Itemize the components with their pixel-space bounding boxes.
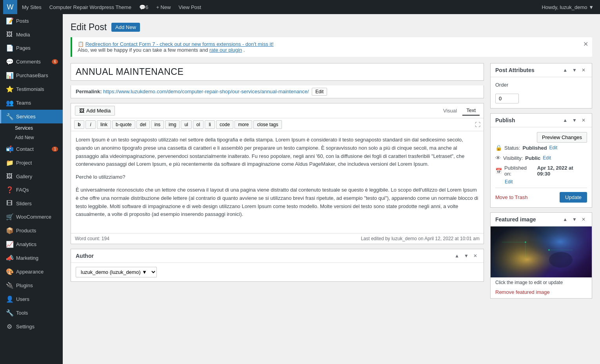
post-attr-close[interactable]: ✕ <box>580 67 587 74</box>
tab-visual[interactable]: Visual <box>439 106 461 116</box>
sidebar-item-analytics[interactable]: 📈 Analytics <box>0 237 63 251</box>
sidebar-item-testimonials[interactable]: ⭐ Testimonials <box>0 82 63 96</box>
new-label: + New <box>156 4 171 10</box>
notice-close-button[interactable]: ✕ <box>583 40 588 48</box>
sidebar-item-users[interactable]: 👤 Users <box>0 292 63 306</box>
wp-icon: W <box>7 3 14 11</box>
publish-up[interactable]: ▲ <box>561 117 569 124</box>
sidebar-submenu-add-new[interactable]: Add New <box>0 133 63 142</box>
howdy-link[interactable]: Howdy, luzuk_demo ▼ <box>538 0 597 14</box>
fmt-close-tags[interactable]: close tags <box>253 120 282 129</box>
purchasebars-label: PurchaseBars <box>16 72 48 78</box>
fmt-ul[interactable]: ul <box>181 120 191 129</box>
author-box-up[interactable]: ▲ <box>453 252 461 259</box>
sidebar-item-marketing[interactable]: 📣 Marketing <box>0 251 63 265</box>
remove-featured-link[interactable]: Remove featured image <box>491 288 592 298</box>
sidebar-item-appearance[interactable]: 🎨 Appearance <box>0 265 63 279</box>
new-link[interactable]: + New <box>153 0 174 14</box>
notice-link[interactable]: Redirection for Contact Form 7 - check o… <box>85 41 274 47</box>
sidebar-item-faqs[interactable]: ❓ FAQs <box>0 183 63 197</box>
featured-image-close[interactable]: ✕ <box>580 216 587 223</box>
theme-label: Computer Repair Wordpress Theme <box>49 4 131 10</box>
tab-text[interactable]: Text <box>462 106 480 116</box>
sidebar-item-sliders[interactable]: 🎞 Sliders <box>0 197 63 210</box>
author-box-close[interactable]: ✕ <box>472 252 479 259</box>
content-para-2: Perchè lo utilizziamo? <box>76 173 479 181</box>
sidebar-item-project[interactable]: 📁 Project <box>0 156 63 170</box>
woocommerce-label: WooCommerce <box>16 214 51 220</box>
fmt-ol[interactable]: ol <box>193 120 204 129</box>
sidebar-item-gallery[interactable]: 🖼 Gallery <box>0 170 63 183</box>
permalink-edit-button[interactable]: Edit <box>312 88 327 96</box>
faqs-label: FAQs <box>16 187 29 193</box>
wp-logo[interactable]: W <box>3 0 17 14</box>
fmt-link[interactable]: link <box>97 120 111 129</box>
featured-image-down[interactable]: ▼ <box>571 216 578 223</box>
sidebar-item-purchasebars[interactable]: 📊 PurchaseBars <box>0 69 63 82</box>
post-attr-up[interactable]: ▲ <box>561 67 569 74</box>
post-attributes-content: Order <box>491 77 592 108</box>
update-button[interactable]: Update <box>560 192 587 203</box>
sidebar-item-teams[interactable]: 👥 Teams <box>0 96 63 110</box>
expand-editor-button[interactable]: ⛶ <box>475 121 480 128</box>
publish-close[interactable]: ✕ <box>580 117 587 124</box>
posts-label: Posts <box>16 18 29 24</box>
sidebar-submenu-services[interactable]: Services <box>0 123 63 133</box>
sidebar-item-contact[interactable]: 📬 Contact 1 <box>0 142 63 156</box>
author-select[interactable]: luzuk_demo (luzuk_demo) ▼ <box>76 267 157 277</box>
preview-changes-button[interactable]: Preview Changes <box>537 132 587 143</box>
sidebar-item-media[interactable]: 🖼 Media <box>0 28 63 41</box>
sidebar-item-woocommerce[interactable]: 🛒 WooCommerce <box>0 210 63 224</box>
editor-column: Permalink: https://www.luzukdemo.com/dem… <box>71 63 484 303</box>
add-media-button[interactable]: 🖼 Add Media <box>75 106 115 116</box>
fmt-bold[interactable]: b <box>74 120 84 129</box>
faqs-icon: ❓ <box>6 186 13 194</box>
published-edit-link[interactable]: Edit <box>505 179 513 185</box>
sidebar-item-products[interactable]: 📦 Products <box>0 224 63 237</box>
sidebar-item-settings[interactable]: ⚙ Settings <box>0 320 63 333</box>
theme-link[interactable]: Computer Repair Wordpress Theme <box>46 0 135 14</box>
right-sidebar: Post Attributes ▲ ▼ ✕ Order <box>490 63 592 303</box>
contact-badge: 1 <box>52 147 58 152</box>
add-new-button[interactable]: Add New <box>111 23 140 32</box>
fmt-bquote[interactable]: b-quote <box>112 120 135 129</box>
fmt-code[interactable]: code <box>216 120 233 129</box>
fmt-more[interactable]: more <box>235 120 252 129</box>
featured-image-preview[interactable] <box>491 226 592 277</box>
sidebar-item-comments[interactable]: 💬 Comments 6 <box>0 55 63 69</box>
visibility-edit-link[interactable]: Edit <box>543 155 551 161</box>
sidebar-item-plugins[interactable]: 🔌 Plugins <box>0 279 63 292</box>
post-title-input[interactable] <box>71 63 484 80</box>
editor-content[interactable]: Lorem Ipsum è un testo segnaposto utiliz… <box>71 131 484 233</box>
notice-rate-link[interactable]: rate our plugin <box>209 47 242 53</box>
permalink-url[interactable]: https://www.luzukdemo.com/demo/computer-… <box>103 89 309 94</box>
fmt-italic[interactable]: i <box>85 120 96 129</box>
sidebar-item-pages[interactable]: 📄 Pages <box>0 41 63 55</box>
sidebar-item-tools[interactable]: 🔧 Tools <box>0 306 63 320</box>
add-media-label: Add Media <box>86 108 111 114</box>
author-box-down[interactable]: ▼ <box>462 252 470 259</box>
svg-point-5 <box>525 241 526 243</box>
order-input[interactable] <box>495 94 519 103</box>
fmt-del[interactable]: del <box>136 120 150 129</box>
status-edit-link[interactable]: Edit <box>549 145 558 150</box>
publish-title: Publish <box>495 117 515 123</box>
notice-text: 📋 Redirection for Contact Form 7 - check… <box>78 41 587 47</box>
sidebar-item-posts[interactable]: 📝 Posts <box>0 14 63 28</box>
fmt-li[interactable]: li <box>205 120 215 129</box>
post-attributes-panel: Post Attributes ▲ ▼ ✕ Order <box>490 63 592 109</box>
view-post-link[interactable]: View Post <box>175 0 204 14</box>
fmt-img[interactable]: img <box>165 120 180 129</box>
featured-image-up[interactable]: ▲ <box>561 216 569 223</box>
featured-image-header: Featured image ▲ ▼ ✕ <box>491 213 592 226</box>
move-to-trash-link[interactable]: Move to Trash <box>495 194 527 200</box>
post-attributes-title: Post Attributes <box>495 67 535 73</box>
my-sites-link[interactable]: My Sites <box>19 0 45 14</box>
settings-label: Settings <box>16 324 35 330</box>
fmt-ins[interactable]: ins <box>151 120 164 129</box>
sidebar-item-services[interactable]: 🔧 Services <box>0 110 63 123</box>
publish-down[interactable]: ▼ <box>571 117 578 124</box>
featured-image-caption: Click the image to edit or update <box>491 277 592 288</box>
comments-link[interactable]: 💬 6 <box>136 0 151 14</box>
post-attr-down[interactable]: ▼ <box>571 67 578 74</box>
